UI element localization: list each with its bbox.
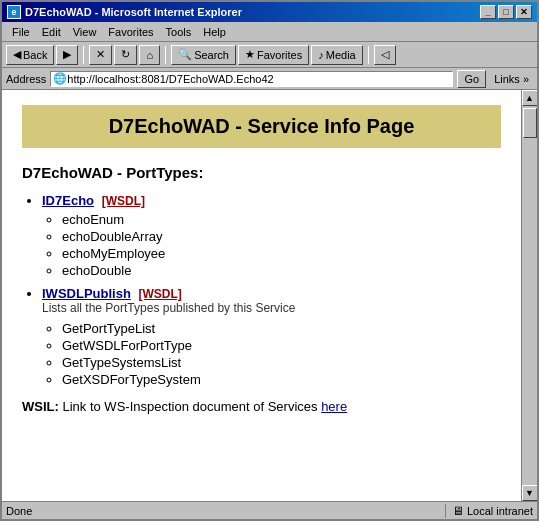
scroll-thumb[interactable] <box>523 108 537 138</box>
list-item: echoMyEmployee <box>62 246 501 261</box>
favorites-button[interactable]: ★ Favorites <box>238 45 309 65</box>
list-item: GetWSDLForPortType <box>62 338 501 353</box>
media-button[interactable]: ♪ Media <box>311 45 362 65</box>
links-button[interactable]: Links » <box>490 72 533 86</box>
wsil-label: WSIL: <box>22 399 59 414</box>
status-bar: Done 🖥 Local intranet <box>2 501 537 519</box>
iwsdlpublish-wsdl-link[interactable]: [WSDL] <box>138 287 181 301</box>
address-input[interactable]: 🌐 http://localhost:8081/D7EchoWAD.Echo42 <box>50 71 453 87</box>
menu-edit[interactable]: Edit <box>36 24 67 40</box>
list-item: GetTypeSystemsList <box>62 355 501 370</box>
minimize-button[interactable]: _ <box>480 5 496 19</box>
history-button[interactable]: ◁ <box>374 45 396 65</box>
home-icon: ⌂ <box>146 49 153 61</box>
window-icon: e <box>7 5 21 19</box>
address-label: Address <box>6 73 46 85</box>
list-item: IWSDLPublish [WSDL] Lists all the PortTy… <box>42 286 501 387</box>
menu-view[interactable]: View <box>67 24 103 40</box>
toolbar: ◀ Back ▶ ✕ ↻ ⌂ 🔍 Search ★ Favorites ♪ Me… <box>2 42 537 68</box>
scroll-down-button[interactable]: ▼ <box>522 485 538 501</box>
close-button[interactable]: ✕ <box>516 5 532 19</box>
main-content: D7EchoWAD - Service Info Page D7EchoWAD … <box>2 90 521 501</box>
wsil-section: WSIL: Link to WS-Inspection document of … <box>22 399 501 414</box>
back-button[interactable]: ◀ Back <box>6 45 54 65</box>
address-url: http://localhost:8081/D7EchoWAD.Echo42 <box>67 73 273 85</box>
media-icon: ♪ <box>318 49 324 61</box>
toolbar-separator-2 <box>165 46 166 64</box>
window-controls: _ □ ✕ <box>480 5 532 19</box>
list-item: echoEnum <box>62 212 501 227</box>
id7echo-wsdl-link[interactable]: [WSDL] <box>102 194 145 208</box>
stop-icon: ✕ <box>96 48 105 61</box>
wsil-description: Link to WS-Inspection document of Servic… <box>62 399 317 414</box>
list-item: echoDoubleArray <box>62 229 501 244</box>
menu-help[interactable]: Help <box>197 24 232 40</box>
port-types-list: ID7Echo [WSDL] echoEnum echoDoubleArray … <box>22 193 501 387</box>
stop-button[interactable]: ✕ <box>89 45 112 65</box>
list-item: GetPortTypeList <box>62 321 501 336</box>
page-title: D7EchoWAD - Service Info Page <box>22 105 501 148</box>
go-button[interactable]: Go <box>457 70 486 88</box>
address-bar: Address 🌐 http://localhost:8081/D7EchoWA… <box>2 68 537 90</box>
search-button[interactable]: 🔍 Search <box>171 45 236 65</box>
forward-button[interactable]: ▶ <box>56 45 78 65</box>
search-icon: 🔍 <box>178 48 192 61</box>
toolbar-separator-1 <box>83 46 84 64</box>
list-item: ID7Echo [WSDL] echoEnum echoDoubleArray … <box>42 193 501 278</box>
home-button[interactable]: ⌂ <box>139 45 160 65</box>
menu-favorites[interactable]: Favorites <box>102 24 159 40</box>
ie-window: e D7EchoWAD - Microsoft Internet Explore… <box>0 0 539 521</box>
iwsdlpublish-link[interactable]: IWSDLPublish <box>42 286 131 301</box>
iwsdlpublish-methods: GetPortTypeList GetWSDLForPortType GetTy… <box>42 321 501 387</box>
toolbar-separator-3 <box>368 46 369 64</box>
address-icon: 🌐 <box>53 72 67 85</box>
title-bar: e D7EchoWAD - Microsoft Internet Explore… <box>2 2 537 22</box>
maximize-button[interactable]: □ <box>498 5 514 19</box>
content-area: D7EchoWAD - Service Info Page D7EchoWAD … <box>2 90 537 501</box>
menu-file[interactable]: File <box>6 24 36 40</box>
status-zone: 🖥 Local intranet <box>445 504 533 518</box>
scrollbar-vertical: ▲ ▼ <box>521 90 537 501</box>
forward-arrow-icon: ▶ <box>63 48 71 61</box>
menu-tools[interactable]: Tools <box>160 24 198 40</box>
scroll-up-button[interactable]: ▲ <box>522 90 538 106</box>
menu-bar: File Edit View Favorites Tools Help <box>2 22 537 42</box>
section-heading: D7EchoWAD - PortTypes: <box>22 164 501 181</box>
zone-label: Local intranet <box>467 505 533 517</box>
history-icon: ◁ <box>381 48 389 61</box>
id7echo-methods: echoEnum echoDoubleArray echoMyEmployee … <box>42 212 501 278</box>
status-text: Done <box>6 505 441 517</box>
wsil-here-link[interactable]: here <box>321 399 347 414</box>
list-item: GetXSDForTypeSystem <box>62 372 501 387</box>
window-title: D7EchoWAD - Microsoft Internet Explorer <box>25 6 242 18</box>
zone-icon: 🖥 <box>452 504 464 518</box>
back-arrow-icon: ◀ <box>13 48 21 61</box>
favorites-icon: ★ <box>245 48 255 61</box>
id7echo-link[interactable]: ID7Echo <box>42 193 94 208</box>
list-item: echoDouble <box>62 263 501 278</box>
refresh-button[interactable]: ↻ <box>114 45 137 65</box>
iwsdlpublish-description: Lists all the PortTypes published by thi… <box>42 301 501 315</box>
refresh-icon: ↻ <box>121 48 130 61</box>
